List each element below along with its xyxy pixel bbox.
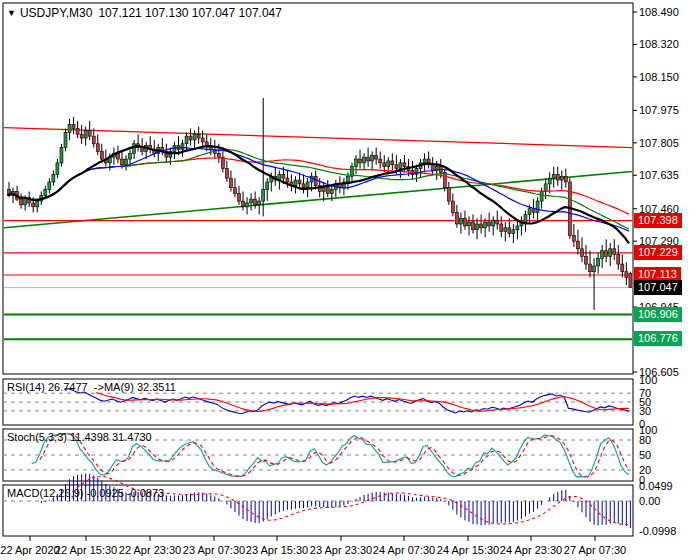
price-chart-canvas[interactable]: [0, 0, 700, 560]
chart-window: ▼USDJPY,M30 107.121 107.130 107.047 107.…: [0, 0, 700, 560]
